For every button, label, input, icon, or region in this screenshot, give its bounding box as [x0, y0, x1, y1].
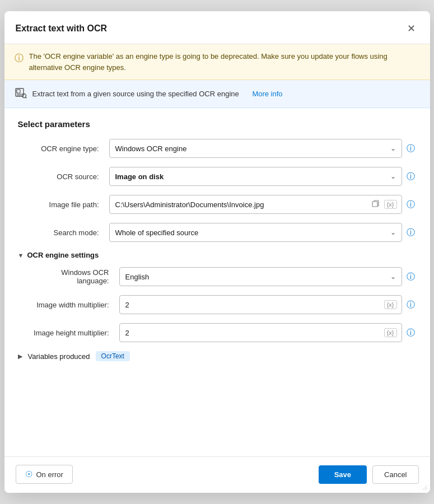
on-error-shield-icon: ☉ [25, 469, 32, 479]
clear-file-path-button[interactable]: {x} [384, 200, 397, 209]
param-row-image-width-multiplier: Image width multiplier: 2 {x} ⓘ [28, 295, 417, 314]
info-icon-windows-ocr-language[interactable]: ⓘ [405, 272, 417, 282]
select-ocr-source-value: Image on disk [115, 172, 164, 181]
warning-text: The 'OCR engine variable' as an engine t… [29, 51, 420, 73]
input-image-height-multiplier[interactable]: 2 {x} [119, 323, 402, 342]
ocr-engine-settings-content: Windows OCR language: English ⌄ ⓘ Image … [18, 267, 417, 342]
warning-icon: ⓘ [15, 52, 24, 65]
param-row-ocr-source: OCR source: Image on disk ⌄ ⓘ [18, 167, 417, 186]
more-info-link[interactable]: More info [252, 90, 282, 98]
input-file-path-icons: {x} [370, 199, 397, 211]
select-ocr-engine-type-value: Windows OCR engine [115, 144, 187, 153]
clear-height-multiplier-button[interactable]: {x} [384, 328, 397, 337]
param-row-image-file-path: Image file path: C:\Users\Administrator\… [18, 195, 417, 214]
svg-rect-1 [17, 90, 20, 93]
select-search-mode-value: Whole of specified source [115, 228, 199, 237]
control-search-mode: Whole of specified source ⌄ ⓘ [109, 223, 417, 242]
footer-actions: Save Cancel [319, 465, 419, 484]
dialog-body: Select parameters OCR engine type: Windo… [4, 108, 430, 456]
collapse-icon: ▼ [18, 252, 24, 259]
dialog-header: Extract text with OCR ✕ [4, 11, 430, 44]
clear-width-multiplier-button[interactable]: {x} [384, 300, 397, 309]
ocr-engine-settings-title: OCR engine settings [27, 251, 99, 259]
info-icon-ocr-engine-type[interactable]: ⓘ [405, 143, 417, 154]
on-error-button[interactable]: ☉ On error [16, 465, 73, 484]
input-image-file-path-value: C:\Users\Administrator\Documents\Invoice… [115, 200, 370, 209]
input-image-width-multiplier[interactable]: 2 {x} [119, 295, 402, 314]
param-row-image-height-multiplier: Image height multiplier: 2 {x} ⓘ [28, 323, 417, 342]
cancel-button[interactable]: Cancel [372, 465, 418, 484]
label-image-file-path: Image file path: [18, 200, 105, 209]
select-ocr-source[interactable]: Image on disk ⌄ [109, 167, 402, 186]
chevron-down-icon: ⌄ [390, 144, 396, 152]
variables-produced-label: Variables produced [28, 352, 90, 361]
variables-expand-icon: ▶ [18, 353, 22, 360]
label-image-height-multiplier: Image height multiplier: [28, 329, 115, 337]
control-windows-ocr-language: English ⌄ ⓘ [119, 267, 417, 286]
variables-produced-badge: OcrText [96, 351, 130, 361]
dialog-footer: ☉ On error Save Cancel [4, 456, 430, 493]
chevron-down-icon-ocr-source: ⌄ [390, 172, 396, 180]
dialog-title: Extract text with OCR [16, 24, 108, 34]
control-ocr-engine-type: Windows OCR engine ⌄ ⓘ [109, 139, 417, 158]
svg-line-7 [423, 486, 427, 490]
input-height-icons: {x} [384, 328, 397, 337]
param-row-windows-ocr-language: Windows OCR language: English ⌄ ⓘ [28, 267, 417, 286]
input-image-file-path[interactable]: C:\Users\Administrator\Documents\Invoice… [109, 195, 402, 214]
label-windows-ocr-language: Windows OCR language: [28, 268, 115, 285]
param-row-search-mode: Search mode: Whole of specified source ⌄… [18, 223, 417, 242]
info-banner: Extract text from a given source using t… [4, 80, 430, 108]
control-image-height-multiplier: 2 {x} ⓘ [119, 323, 417, 342]
ocr-engine-settings-collapse[interactable]: ▼ OCR engine settings [18, 251, 417, 259]
select-ocr-engine-type[interactable]: Windows OCR engine ⌄ [109, 139, 402, 158]
parameters-section-title: Select parameters [18, 119, 417, 129]
chevron-down-icon-language: ⌄ [390, 273, 396, 281]
svg-line-8 [425, 488, 427, 490]
label-ocr-engine-type: OCR engine type: [18, 144, 105, 153]
input-width-multiplier-value: 2 [125, 301, 384, 309]
close-button[interactable]: ✕ [404, 21, 419, 36]
file-browse-icon[interactable] [370, 199, 382, 211]
select-windows-ocr-language[interactable]: English ⌄ [119, 267, 402, 286]
variables-produced-row[interactable]: ▶ Variables produced OcrText [18, 351, 417, 361]
ocr-source-icon [15, 86, 27, 101]
select-search-mode[interactable]: Whole of specified source ⌄ [109, 223, 402, 242]
control-image-width-multiplier: 2 {x} ⓘ [119, 295, 417, 314]
warning-banner: ⓘ The 'OCR engine variable' as an engine… [4, 44, 430, 80]
label-ocr-source: OCR source: [18, 172, 105, 181]
label-image-width-multiplier: Image width multiplier: [28, 301, 115, 309]
input-width-icons: {x} [384, 300, 397, 309]
info-icon-search-mode[interactable]: ⓘ [405, 227, 417, 238]
chevron-down-icon-search-mode: ⌄ [390, 228, 396, 236]
on-error-label: On error [36, 470, 63, 479]
save-button[interactable]: Save [319, 465, 367, 484]
info-icon-image-width-multiplier[interactable]: ⓘ [405, 300, 417, 310]
input-height-multiplier-value: 2 [125, 329, 384, 337]
info-icon-image-file-path[interactable]: ⓘ [405, 199, 417, 210]
svg-line-5 [25, 97, 26, 99]
control-ocr-source: Image on disk ⌄ ⓘ [109, 167, 417, 186]
resize-handle[interactable] [421, 484, 428, 491]
select-windows-ocr-language-value: English [125, 273, 150, 281]
svg-rect-6 [372, 202, 377, 207]
info-banner-text: Extract text from a given source using t… [32, 90, 239, 98]
param-row-ocr-engine-type: OCR engine type: Windows OCR engine ⌄ ⓘ [18, 139, 417, 158]
control-image-file-path: C:\Users\Administrator\Documents\Invoice… [109, 195, 417, 214]
dialog-container: Extract text with OCR ✕ ⓘ The 'OCR engin… [4, 11, 430, 493]
info-icon-ocr-source[interactable]: ⓘ [405, 171, 417, 182]
label-search-mode: Search mode: [18, 228, 105, 237]
info-icon-image-height-multiplier[interactable]: ⓘ [405, 328, 417, 338]
